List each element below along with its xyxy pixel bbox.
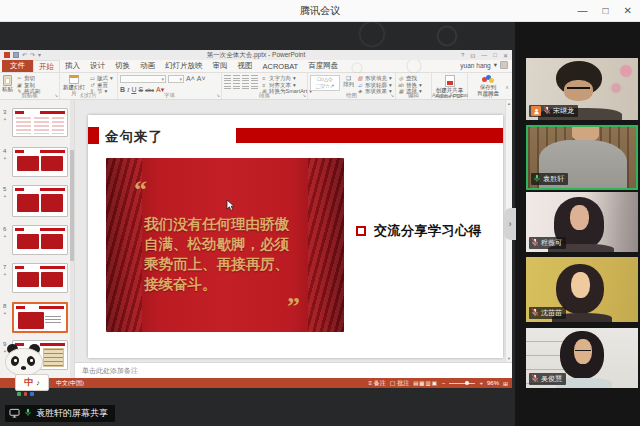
tab-insert[interactable]: 插入: [60, 60, 85, 72]
monitor-icon: [9, 408, 20, 420]
tab-animations[interactable]: 动画: [135, 60, 160, 72]
mouse-cursor: [226, 198, 235, 216]
thumbnail-slide-7[interactable]: 7✦: [0, 263, 70, 293]
presenter-badge-icon: [531, 106, 541, 116]
meeting-window-controls: — □ ✕: [578, 0, 632, 22]
zoom-in-icon[interactable]: +: [479, 380, 483, 386]
help-icon[interactable]: ?: [461, 52, 464, 59]
tab-slideshow[interactable]: 幻灯片放映: [160, 60, 208, 72]
paste-button[interactable]: 粘贴: [2, 75, 13, 92]
ribbon-group-drawing: □○△◇⬚▽☆↗ ❏ 排列 ▨形状填充▾ ▱形状轮廓▾ ◈形状效果▾ 绘图 ↘: [308, 73, 396, 99]
dialog-launcher-icon[interactable]: ↘: [54, 93, 58, 98]
participant-name: 程薇可: [541, 238, 562, 248]
zoom-out-icon[interactable]: −: [442, 380, 446, 386]
participant-name: 袁胜轩: [543, 174, 564, 184]
ribbon-group-editing: ◎查找 ab替换▾ ▦选择▾ 编辑: [396, 73, 432, 99]
tab-home[interactable]: 开始: [33, 60, 60, 72]
animation-icon: ✦: [3, 156, 7, 161]
video-tile-wu-junhui[interactable]: 吴俊慧: [526, 328, 638, 388]
thumbnail-slide-3[interactable]: 3✦: [0, 108, 70, 137]
ppt-minimize-icon[interactable]: —: [481, 52, 487, 59]
thumbnail-slide-4[interactable]: 4✦: [0, 147, 70, 177]
arrange-button[interactable]: ❏ 排列: [343, 75, 354, 87]
undo-icon[interactable]: ↶: [22, 52, 27, 58]
tab-review[interactable]: 审阅: [208, 60, 233, 72]
quote-box[interactable]: “ 我们没有任何理由骄傲 自满、松劲歇脚，必须 乘势而上、再接再厉、 接续奋斗。…: [106, 158, 344, 332]
zoom-level[interactable]: 96%: [487, 380, 499, 386]
qat-dropdown-icon[interactable]: ▾: [38, 52, 41, 58]
animation-icon: ✦: [3, 311, 7, 316]
maximize-icon[interactable]: □: [603, 6, 609, 16]
tab-baidu-netdisk[interactable]: 百度网盘: [303, 60, 343, 72]
comments-toggle-button[interactable]: ▢ 批注: [390, 379, 409, 388]
tab-acrobat[interactable]: ACROBAT: [258, 60, 304, 72]
notes-pane[interactable]: 单击此处添加备注: [75, 362, 512, 378]
participant-nameplate: 沈苗苗: [529, 307, 566, 319]
screen-share-banner: 袁胜轩的屏幕共享: [5, 405, 115, 422]
animation-icon: ✦: [3, 194, 7, 199]
video-tile-song-jilong[interactable]: 宋继龙: [526, 58, 638, 120]
tab-file[interactable]: 文件: [2, 60, 33, 72]
collapse-ribbon-icon[interactable]: ∧: [505, 84, 509, 90]
view-buttons[interactable]: ▤▦▥▣: [413, 380, 438, 386]
ribbon-group-slides: 新建幻灯片 ▭版式▾ ↺重置 §节▾ 幻灯片: [60, 73, 118, 99]
input-language[interactable]: 中文(中国): [56, 379, 84, 388]
ribbon-tab-row: 文件 开始 插入 设计 切换 动画 幻灯片放映 审阅 视图 ACROBAT 百度…: [0, 60, 512, 73]
redo-icon[interactable]: ↷: [30, 52, 35, 58]
ppt-maximize-icon[interactable]: □: [493, 52, 497, 59]
shapes-gallery[interactable]: □○△◇⬚▽☆↗: [310, 75, 340, 91]
dialog-launcher-icon[interactable]: ↘: [302, 93, 306, 98]
slide-canvas[interactable]: 金句来了 “ 我们没有任何理由骄傲 自满、松劲歇脚，必须 乘势而上、再接再厉、 …: [88, 115, 503, 358]
ribbon-options-icon[interactable]: ⊡: [470, 52, 475, 59]
tencent-meeting-window: 腾讯会议 — □ ✕ ↶ ↷ ▾ 第一次全体大会.pptx - PowerPoi…: [0, 0, 640, 426]
minimize-icon[interactable]: —: [578, 6, 588, 16]
video-panel-collapse-tab[interactable]: ›: [504, 208, 516, 240]
ribbon-group-font: ▾ ▾ A˄ A˅ B I U S abc A▾ 字体 ↘: [118, 73, 222, 99]
notes-toggle-button[interactable]: ≡ 备注: [369, 379, 386, 388]
participant-name: 沈苗苗: [541, 308, 562, 318]
thumbnail-scrollbar[interactable]: [70, 100, 74, 378]
ime-mode-card[interactable]: 中 ♪: [15, 374, 49, 391]
participant-video-panel: 宋继龙 袁胜轩 程薇可: [515, 22, 640, 426]
thumbnail-slide-6[interactable]: 6✦: [0, 225, 70, 255]
office-account[interactable]: yuan hang ▾: [460, 61, 508, 69]
ribbon-group-acrobat: 创建并共享 Adobe PDF Adobe Acrobat: [432, 73, 468, 99]
fit-slide-icon[interactable]: ⊞: [503, 380, 508, 387]
ppt-window-controls: ? ⊡ — □ ✕: [461, 52, 508, 59]
ribbon: 粘贴 ✂剪切 ▣复制 ✎格式刷 剪贴板 ↘ 新建幻灯片: [0, 73, 512, 100]
tab-view[interactable]: 视图: [233, 60, 258, 72]
bullet-item[interactable]: 交流分享学习心得: [356, 222, 482, 240]
video-tile-yuan-shengxuan[interactable]: 袁胜轩: [526, 125, 638, 190]
grow-font-icon[interactable]: A˄: [186, 75, 195, 83]
dialog-launcher-icon[interactable]: ↘: [390, 93, 394, 98]
thumbnail-slide-8-selected[interactable]: 8✦: [0, 302, 70, 333]
sharer-mic-on-icon: [24, 408, 32, 419]
slide-title[interactable]: 金句来了: [105, 128, 163, 146]
thumbnail-slide-5[interactable]: 5✦: [0, 185, 70, 217]
tab-transitions[interactable]: 切换: [110, 60, 135, 72]
quick-access-toolbar[interactable]: ↶ ↷ ▾: [4, 52, 41, 58]
animation-icon: ✦: [3, 272, 7, 277]
video-tile-cheng-weike[interactable]: 程薇可: [526, 192, 638, 252]
dialog-launcher-icon[interactable]: ↘: [216, 93, 220, 98]
save-icon[interactable]: [13, 52, 19, 58]
participant-name: 宋继龙: [553, 106, 574, 116]
powerpoint-window: ↶ ↷ ▾ 第一次全体大会.pptx - PowerPoint ? ⊡ — □ …: [0, 50, 512, 388]
meeting-title: 腾讯会议: [300, 4, 340, 18]
font-name-select[interactable]: ▾: [120, 75, 166, 83]
ppt-app-icon: [4, 52, 10, 58]
ppt-close-icon[interactable]: ✕: [503, 52, 508, 59]
font-size-select[interactable]: ▾: [168, 75, 184, 83]
alignment-buttons[interactable]: [224, 83, 258, 89]
paste-icon: [3, 75, 12, 86]
tab-design[interactable]: 设计: [85, 60, 110, 72]
shrink-font-icon[interactable]: A˅: [197, 75, 206, 83]
participant-name: 吴俊慧: [541, 374, 562, 384]
music-note-icon: ♪: [36, 379, 40, 386]
zoom-slider[interactable]: [449, 383, 475, 384]
ppt-window-title: 第一次全体大会.pptx - PowerPoint: [0, 51, 512, 60]
close-quote-mark: ”: [287, 300, 300, 314]
video-tile-shen-miaomiao[interactable]: 沈苗苗: [526, 257, 638, 322]
close-icon[interactable]: ✕: [624, 6, 632, 16]
list-buttons[interactable]: [224, 75, 258, 81]
